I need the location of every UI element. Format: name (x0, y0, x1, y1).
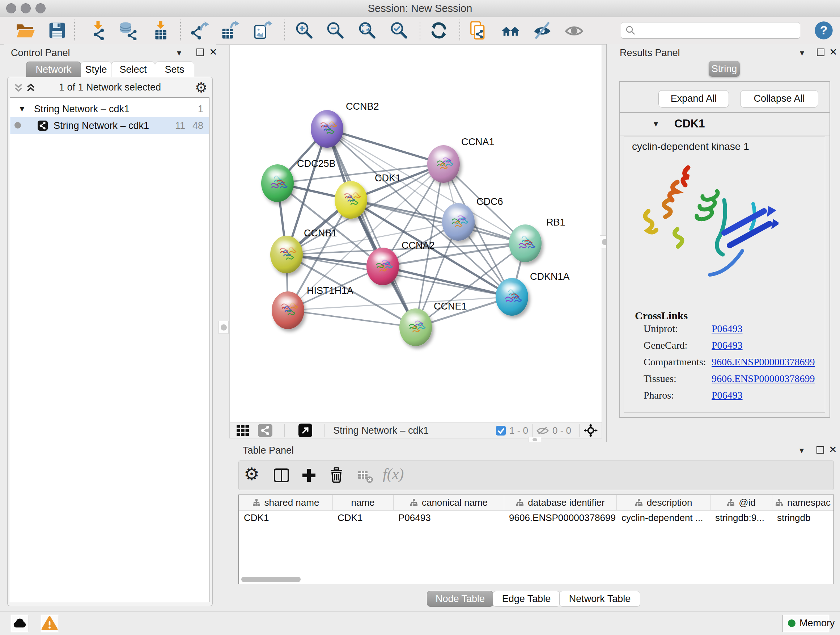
network-selector-header: 1 of 1 Network selected ⚙ (8, 81, 212, 95)
table-gear-icon[interactable]: ⚙ (244, 466, 259, 483)
table-cell[interactable]: CDK1 (239, 510, 338, 525)
section-collapse-icon[interactable]: ▾ (654, 119, 658, 129)
node-table[interactable]: shared name name canonical name database… (238, 494, 834, 584)
network-node-ccnb1[interactable]: CCNB1 (270, 228, 337, 273)
cloud-status-button[interactable] (11, 615, 29, 632)
tab-edge-table[interactable]: Edge Table (493, 591, 560, 607)
string-view-icon[interactable] (258, 424, 272, 437)
network-node-cdc6[interactable]: CDC6 (442, 196, 503, 241)
network-view-canvas[interactable]: CCNB2CCNA1CDC25BCDK1CDC6RB1CCNB1CCNA2CDK… (229, 45, 602, 423)
zoom-in-icon[interactable] (294, 21, 314, 40)
search-input[interactable] (621, 22, 800, 39)
add-column-icon[interactable] (300, 467, 317, 484)
memory-label: Memory (799, 618, 835, 629)
table-cell[interactable]: cyclin-dependent ... (616, 510, 715, 525)
help-icon[interactable]: ? (814, 21, 834, 40)
zoom-out-icon[interactable] (325, 21, 345, 40)
collapse-all-button[interactable]: Collapse All (740, 90, 818, 108)
hidden-eye-icon (537, 426, 549, 435)
collection-label: String Network – cdk1 (34, 101, 129, 117)
tab-select[interactable]: Select (111, 62, 155, 78)
column-header[interactable]: namespac (772, 495, 834, 510)
string-network-graph[interactable]: CCNB2CCNA1CDC25BCDK1CDC6RB1CCNB1CCNA2CDK… (230, 45, 602, 423)
import-network-icon[interactable] (88, 21, 108, 40)
crosslink-tissues-link[interactable]: 9606.ENSP00000378699 (712, 373, 815, 385)
selected-checkbox-icon[interactable] (496, 426, 506, 435)
first-neighbors-icon[interactable] (501, 21, 521, 40)
network-options-gear-icon[interactable]: ⚙ (195, 81, 207, 95)
gene-section-header[interactable]: ▾ CDK1 (620, 113, 829, 135)
birds-eye-view-icon[interactable] (298, 424, 312, 437)
control-panel-close-icon[interactable]: ✕ (209, 48, 218, 57)
column-header[interactable]: @id (710, 495, 772, 510)
grid-view-icon[interactable] (236, 424, 250, 436)
open-session-icon[interactable] (16, 21, 35, 40)
save-session-icon[interactable] (47, 21, 67, 40)
table-panel: Table Panel ▾ ✕ ⚙ f(x) shared name name … (216, 442, 840, 611)
hide-selected-icon[interactable] (532, 21, 552, 40)
warnings-button[interactable] (41, 615, 59, 632)
tab-network-table[interactable]: Network Table (559, 591, 640, 607)
network-node-rb1[interactable]: RB1 (509, 217, 565, 262)
column-header[interactable]: name (332, 495, 393, 510)
window-title: Session: New Session (0, 3, 840, 14)
network-node-cdkn1a[interactable]: CDKN1A (496, 271, 570, 316)
column-header[interactable]: canonical name (393, 495, 504, 510)
table-cell[interactable]: CDK1 (332, 510, 398, 525)
table-cell[interactable]: stringdb:9... (710, 510, 777, 525)
network-row[interactable]: String Network – cdk1 11 48 (10, 117, 209, 134)
import-table-icon[interactable] (151, 21, 171, 40)
control-panel-menu-icon[interactable]: ▾ (177, 49, 181, 57)
column-header[interactable]: database identifier (504, 495, 617, 510)
network-node-ccna1[interactable]: CCNA1 (427, 136, 494, 183)
expand-all-button[interactable]: Expand All (658, 90, 729, 108)
horizontal-scrollbar[interactable] (241, 577, 301, 582)
expand-collapse-box: Expand All Collapse All (619, 81, 830, 113)
left-splitter-handle[interactable] (218, 321, 229, 334)
show-all-icon[interactable] (564, 21, 584, 40)
tab-network[interactable]: Network (26, 62, 81, 78)
select-columns-icon[interactable] (273, 467, 290, 484)
zoom-fit-icon[interactable] (357, 21, 377, 40)
refresh-icon[interactable] (429, 21, 448, 40)
column-header[interactable]: description (616, 495, 711, 510)
tab-string[interactable]: String (709, 61, 740, 77)
tab-style[interactable]: Style (81, 62, 111, 78)
crosslink-uniprot-link[interactable]: P06493 (712, 323, 743, 334)
results-panel-menu-icon[interactable]: ▾ (800, 49, 804, 57)
control-panel-float-icon[interactable] (196, 49, 204, 56)
node-label: CDC25B (297, 158, 336, 169)
crosslink-compartments-link[interactable]: 9606.ENSP00000378699 (712, 356, 815, 368)
selected-count: 1 - 0 (509, 423, 528, 438)
export-network-icon[interactable] (189, 21, 209, 40)
tree-expander-icon[interactable]: ▼ (18, 101, 26, 117)
pan-crosshair-icon[interactable] (584, 424, 598, 437)
column-tree-icon (515, 498, 524, 507)
clone-network-icon[interactable] (469, 21, 488, 40)
results-panel-float-icon[interactable] (817, 49, 824, 56)
crosslink-pharos-link[interactable]: P06493 (712, 390, 743, 401)
table-cell[interactable]: 9606.ENSP00000378699 (504, 510, 622, 525)
memory-button[interactable]: Memory (783, 615, 829, 632)
column-header[interactable]: shared name (239, 495, 333, 510)
table-cell[interactable]: stringdb (772, 510, 838, 525)
network-collection-row[interactable]: ▼ String Network – cdk1 1 (10, 101, 209, 117)
table-cell[interactable]: P06493 (393, 510, 509, 525)
crosslink-label: GeneCard: (644, 340, 687, 351)
zoom-selected-icon[interactable] (389, 21, 409, 40)
table-panel-float-icon[interactable] (816, 446, 824, 454)
export-image-icon[interactable] (253, 21, 272, 40)
results-panel-close-icon[interactable]: ✕ (829, 48, 837, 57)
tab-node-table[interactable]: Node Table (427, 591, 493, 607)
tab-sets[interactable]: Sets (155, 62, 194, 78)
import-database-icon[interactable] (118, 21, 138, 40)
table-panel-close-icon[interactable]: ✕ (829, 445, 837, 455)
table-panel-title: Table Panel (243, 445, 294, 456)
crosslink-genecard-link[interactable]: P06493 (712, 340, 743, 351)
delete-column-icon[interactable] (328, 467, 345, 484)
node-label: CDC6 (477, 196, 503, 207)
netbar-separator (579, 424, 579, 437)
export-table-icon[interactable] (221, 21, 240, 40)
table-panel-menu-icon[interactable]: ▾ (799, 446, 804, 455)
network-node-ccne1[interactable]: CCNE1 (399, 301, 467, 346)
